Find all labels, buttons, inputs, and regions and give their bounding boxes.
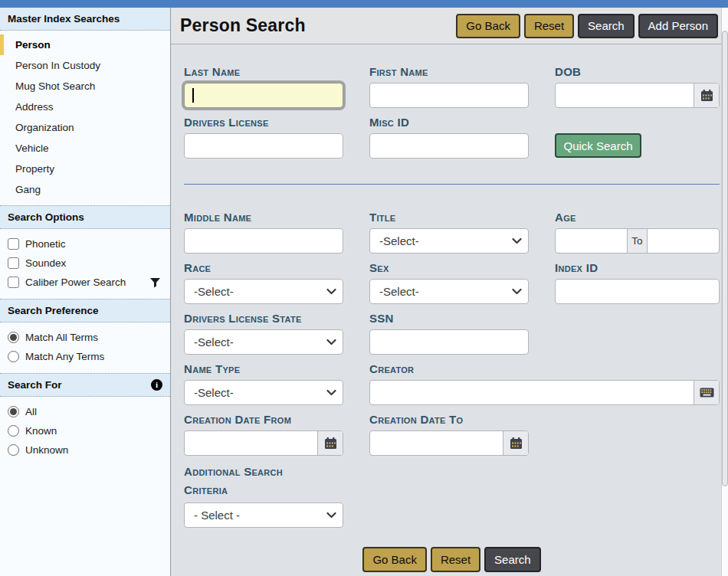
creation-date-from-label: Creation Date From [184, 412, 343, 427]
misc-id-label: Misc ID [369, 115, 529, 130]
race-select[interactable]: -Select- [184, 279, 343, 304]
sidebar-item-organization[interactable]: Organization [0, 117, 170, 138]
name-type-select[interactable]: -Select- [184, 380, 343, 405]
soundex-option[interactable]: Soundex [0, 254, 170, 273]
field-middle-name: Middle Name [184, 210, 343, 254]
middle-name-label: Middle Name [184, 210, 343, 225]
sidebar-item-property[interactable]: Property [0, 159, 170, 179]
first-name-input[interactable] [369, 83, 529, 108]
dob-input[interactable] [556, 83, 694, 107]
creator-input[interactable] [370, 381, 694, 404]
footer-go-back-button[interactable]: Go Back [362, 547, 427, 572]
ssn-input[interactable] [369, 329, 529, 355]
creation-date-from-input[interactable] [185, 431, 317, 455]
search-for-title: Search For [8, 379, 62, 391]
sidebar-item-label: Organization [15, 122, 74, 133]
search-for-known-option[interactable]: Known [0, 421, 170, 440]
match-any-terms-option[interactable]: Match Any Terms [0, 347, 170, 366]
field-title: Title -Select- [369, 210, 529, 254]
middle-name-input[interactable] [184, 228, 343, 254]
caliber-power-search-option[interactable]: Caliber Power Search [0, 273, 170, 292]
phonetic-checkbox[interactable] [8, 238, 19, 250]
search-for-known-radio[interactable] [8, 425, 19, 437]
title-select[interactable]: -Select- [369, 228, 529, 254]
field-creator: Creator [369, 362, 720, 405]
search-for-group: All Known Unknown [0, 397, 170, 466]
search-for-all-radio[interactable] [8, 406, 19, 417]
field-sex: Sex -Select- [369, 260, 529, 304]
match-all-terms-option[interactable]: Match All Terms [0, 328, 170, 347]
match-any-terms-radio[interactable] [8, 351, 19, 362]
sidebar-item-vehicle[interactable]: Vehicle [0, 138, 170, 159]
footer-search-button[interactable]: Search [484, 547, 541, 572]
footer-reset-button[interactable]: Reset [431, 547, 480, 572]
drivers-license-state-select[interactable]: -Select- [184, 329, 343, 355]
calendar-icon[interactable] [694, 83, 719, 107]
name-type-label: Name Type [184, 362, 343, 377]
sidebar-nav: Person Person In Custody Mug Shot Search… [0, 31, 170, 205]
sidebar-item-person[interactable]: Person [0, 34, 170, 55]
chevron-down-icon [512, 237, 522, 244]
text-caret [192, 88, 194, 103]
index-id-input[interactable] [555, 279, 720, 304]
creation-date-to-input[interactable] [370, 431, 503, 455]
main-panel: Person Search Go Back Reset Search Add P… [171, 8, 721, 576]
calendar-icon[interactable] [503, 431, 528, 455]
drivers-license-input[interactable] [184, 133, 343, 159]
info-icon[interactable]: i [151, 379, 162, 391]
match-all-terms-radio[interactable] [8, 332, 19, 343]
keyboard-icon[interactable] [694, 381, 719, 404]
field-race: Race -Select- [184, 260, 343, 304]
search-for-all-label: All [25, 406, 37, 417]
sidebar-item-label: Vehicle [15, 142, 49, 154]
sidebar-item-label: Property [15, 163, 54, 175]
field-dob: DOB [555, 64, 720, 108]
sidebar-item-gang[interactable]: Gang [0, 179, 170, 200]
calendar-icon[interactable] [317, 431, 343, 455]
additional-search-criteria-select[interactable]: - Select - [184, 502, 343, 528]
quick-search-button[interactable]: Quick Search [555, 133, 641, 158]
vertical-scrollbar[interactable] [721, 8, 728, 576]
match-all-terms-label: Match All Terms [25, 332, 98, 343]
search-for-unknown-radio[interactable] [8, 444, 19, 456]
field-drivers-license-state: Drivers License State -Select- [184, 311, 343, 355]
search-options-header: Search Options [0, 205, 170, 229]
sex-select[interactable]: -Select- [369, 279, 529, 304]
age-from-input[interactable] [556, 229, 627, 253]
go-back-button[interactable]: Go Back [456, 14, 520, 38]
sidebar-item-mug-shot-search[interactable]: Mug Shot Search [0, 76, 170, 97]
phonetic-option[interactable]: Phonetic [0, 234, 170, 254]
sidebar-item-person-in-custody[interactable]: Person In Custody [0, 55, 170, 76]
field-drivers-license: Drivers License [184, 115, 343, 159]
search-button[interactable]: Search [578, 14, 635, 38]
soundex-checkbox[interactable] [8, 257, 19, 269]
drivers-license-state-label: Drivers License State [184, 311, 343, 326]
drivers-license-state-select-value: -Select- [194, 335, 234, 349]
field-misc-id: Misc ID [369, 115, 529, 159]
race-label: Race [184, 260, 343, 276]
title-label: Title [369, 210, 529, 225]
scrollbar-thumb[interactable] [722, 31, 728, 486]
search-preference-header: Search Preference [0, 299, 170, 322]
field-creation-date-to: Creation Date To [369, 412, 529, 456]
sidebar-item-label: Person [15, 39, 51, 51]
filter-icon[interactable] [149, 277, 161, 288]
section-divider [184, 184, 720, 185]
search-for-known-label: Known [25, 425, 57, 437]
age-to-input[interactable] [648, 229, 719, 253]
chevron-down-icon [326, 512, 336, 519]
reset-button[interactable]: Reset [524, 14, 574, 38]
footer-buttons: Go Back Reset Search [184, 547, 720, 572]
name-type-select-value: -Select- [194, 386, 234, 399]
add-person-button[interactable]: Add Person [638, 14, 718, 38]
search-for-all-option[interactable]: All [0, 402, 170, 421]
chevron-down-icon [326, 389, 336, 396]
sex-label: Sex [369, 260, 529, 276]
misc-id-input[interactable] [369, 133, 529, 159]
caliber-power-search-checkbox[interactable] [8, 277, 19, 288]
sidebar-item-address[interactable]: Address [0, 97, 170, 117]
search-for-unknown-option[interactable]: Unknown [0, 440, 170, 460]
field-last-name: Last Name [184, 64, 343, 108]
field-age: Age To [555, 210, 720, 254]
last-name-input[interactable] [184, 83, 343, 108]
